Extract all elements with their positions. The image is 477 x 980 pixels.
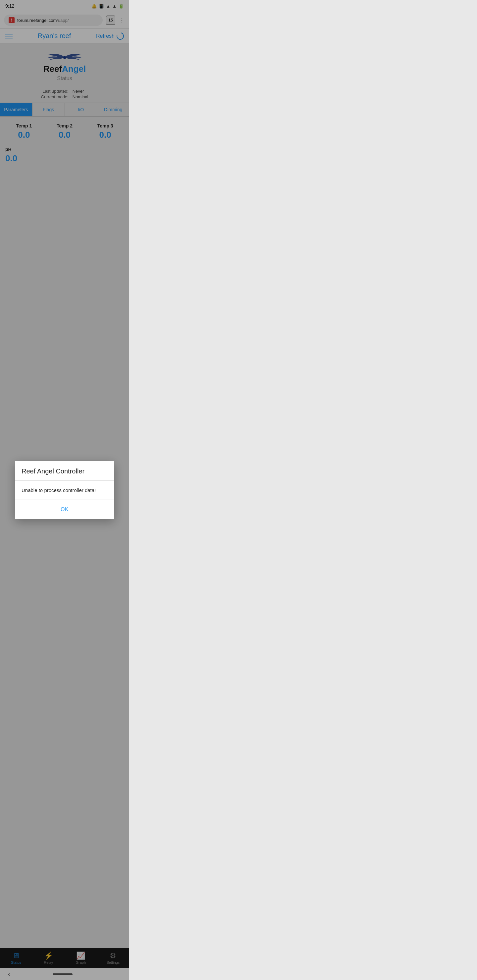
dialog-overlay: Reef Angel Controller Unable to process …	[0, 0, 129, 251]
